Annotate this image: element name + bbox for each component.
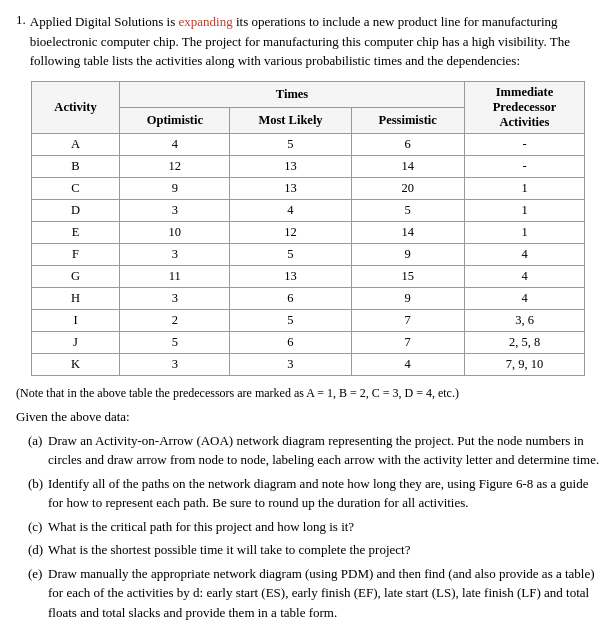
sub-q-e: (e) Draw manually the appropriate networ… (28, 564, 600, 623)
cell-optimistic: 3 (120, 287, 230, 309)
sub-q-b-label: (b) (28, 474, 44, 513)
cell-activity: K (31, 353, 120, 375)
cell-predecessor: 4 (464, 243, 585, 265)
table-row: F3594 (31, 243, 585, 265)
table-row: G1113154 (31, 265, 585, 287)
cell-optimistic: 3 (120, 243, 230, 265)
cell-predecessor: 1 (464, 199, 585, 221)
cell-pessimistic: 15 (351, 265, 464, 287)
cell-pessimistic: 7 (351, 309, 464, 331)
sub-q-b: (b) Identify all of the paths on the net… (28, 474, 600, 513)
table-row: A456- (31, 133, 585, 155)
table-row: C913201 (31, 177, 585, 199)
table-row: D3451 (31, 199, 585, 221)
cell-pessimistic: 4 (351, 353, 464, 375)
sub-q-c: (c) What is the critical path for this p… (28, 517, 600, 537)
sub-q-d-label: (d) (28, 540, 44, 560)
cell-most_likely: 13 (230, 177, 352, 199)
cell-optimistic: 11 (120, 265, 230, 287)
sub-questions: (a) Draw an Activity-on-Arrow (AOA) netw… (28, 431, 600, 623)
cell-predecessor: 1 (464, 221, 585, 243)
cell-pessimistic: 5 (351, 199, 464, 221)
sub-q-c-label: (c) (28, 517, 44, 537)
sub-q-a-text: Draw an Activity-on-Arrow (AOA) network … (48, 431, 600, 470)
q1-number-row: 1. Applied Digital Solutions is expandin… (16, 12, 600, 71)
cell-most_likely: 13 (230, 265, 352, 287)
cell-optimistic: 10 (120, 221, 230, 243)
cell-pessimistic: 14 (351, 221, 464, 243)
cell-most_likely: 12 (230, 221, 352, 243)
cell-predecessor: 1 (464, 177, 585, 199)
highlight-expanding: expanding (179, 14, 233, 29)
col-activity: Activity (31, 81, 120, 133)
cell-pessimistic: 7 (351, 331, 464, 353)
cell-pessimistic: 6 (351, 133, 464, 155)
table-note: (Note that in the above table the predec… (16, 386, 600, 401)
sub-q-e-label: (e) (28, 564, 44, 623)
cell-optimistic: 12 (120, 155, 230, 177)
cell-predecessor: 4 (464, 265, 585, 287)
q1-number: 1. (16, 12, 26, 71)
sub-q-a: (a) Draw an Activity-on-Arrow (AOA) netw… (28, 431, 600, 470)
cell-predecessor: - (464, 155, 585, 177)
cell-activity: E (31, 221, 120, 243)
cell-most_likely: 5 (230, 133, 352, 155)
sub-q-d: (d) What is the shortest possible time i… (28, 540, 600, 560)
cell-optimistic: 5 (120, 331, 230, 353)
cell-pessimistic: 9 (351, 287, 464, 309)
cell-pessimistic: 20 (351, 177, 464, 199)
col-predecessor: ImmediatePredecessorActivities (464, 81, 585, 133)
table-row: H3694 (31, 287, 585, 309)
cell-optimistic: 3 (120, 353, 230, 375)
cell-most_likely: 6 (230, 331, 352, 353)
sub-q-c-text: What is the critical path for this proje… (48, 517, 354, 537)
col-times: Times (120, 81, 464, 107)
cell-activity: B (31, 155, 120, 177)
cell-activity: G (31, 265, 120, 287)
cell-activity: D (31, 199, 120, 221)
sub-q-b-text: Identify all of the paths on the network… (48, 474, 600, 513)
cell-activity: C (31, 177, 120, 199)
cell-most_likely: 5 (230, 243, 352, 265)
cell-most_likely: 13 (230, 155, 352, 177)
cell-most_likely: 4 (230, 199, 352, 221)
cell-pessimistic: 14 (351, 155, 464, 177)
table-row: B121314- (31, 155, 585, 177)
table-row: I2573, 6 (31, 309, 585, 331)
question-1-block: 1. Applied Digital Solutions is expandin… (16, 12, 600, 622)
col-pessimistic: Pessimistic (351, 107, 464, 133)
col-most-likely: Most Likely (230, 107, 352, 133)
cell-most_likely: 6 (230, 287, 352, 309)
table-row: J5672, 5, 8 (31, 331, 585, 353)
sub-q-a-label: (a) (28, 431, 44, 470)
cell-activity: I (31, 309, 120, 331)
cell-optimistic: 2 (120, 309, 230, 331)
cell-optimistic: 9 (120, 177, 230, 199)
cell-activity: H (31, 287, 120, 309)
cell-predecessor: 4 (464, 287, 585, 309)
cell-predecessor: 3, 6 (464, 309, 585, 331)
cell-activity: J (31, 331, 120, 353)
col-optimistic: Optimistic (120, 107, 230, 133)
activities-table: Activity Times ImmediatePredecessorActiv… (31, 81, 586, 376)
given-text: Given the above data: (16, 409, 600, 425)
cell-activity: A (31, 133, 120, 155)
cell-activity: F (31, 243, 120, 265)
cell-optimistic: 4 (120, 133, 230, 155)
table-row: K3347, 9, 10 (31, 353, 585, 375)
q1-intro: Applied Digital Solutions is expanding i… (30, 12, 600, 71)
cell-pessimistic: 9 (351, 243, 464, 265)
cell-most_likely: 5 (230, 309, 352, 331)
cell-predecessor: 2, 5, 8 (464, 331, 585, 353)
table-row: E1012141 (31, 221, 585, 243)
sub-q-e-text: Draw manually the appropriate network di… (48, 564, 600, 623)
sub-q-d-text: What is the shortest possible time it wi… (48, 540, 410, 560)
cell-predecessor: 7, 9, 10 (464, 353, 585, 375)
cell-predecessor: - (464, 133, 585, 155)
cell-most_likely: 3 (230, 353, 352, 375)
cell-optimistic: 3 (120, 199, 230, 221)
